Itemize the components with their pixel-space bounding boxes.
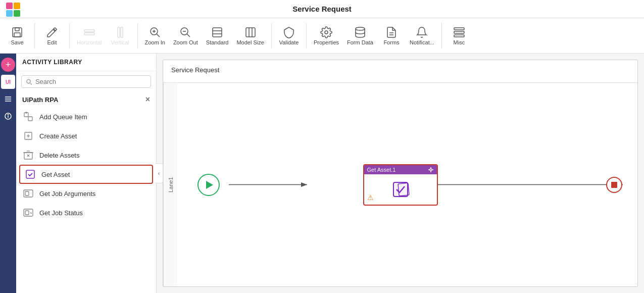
save-icon bbox=[11, 26, 23, 38]
svg-line-12 bbox=[187, 34, 190, 37]
validate-icon bbox=[283, 26, 295, 38]
logo-square-2 bbox=[14, 3, 20, 9]
get-job-arguments-icon bbox=[22, 187, 34, 200]
end-node bbox=[606, 177, 622, 193]
svg-rect-26 bbox=[454, 35, 464, 37]
list-item-get-asset[interactable]: Get Asset bbox=[19, 165, 153, 184]
delete-assets-label: Delete Assets bbox=[39, 152, 80, 159]
search-input[interactable] bbox=[35, 78, 146, 85]
sep4 bbox=[271, 23, 272, 48]
svg-point-32 bbox=[8, 115, 9, 115]
misc-icon bbox=[453, 26, 465, 38]
end-node-stop-icon bbox=[611, 182, 617, 188]
svg-point-33 bbox=[27, 79, 30, 83]
svg-line-34 bbox=[30, 83, 32, 84]
list-item-get-job-arguments[interactable]: Get Job Arguments bbox=[16, 184, 156, 203]
list-item-delete-assets[interactable]: Delete Assets bbox=[16, 145, 156, 165]
sidebar-icons: + UI bbox=[0, 54, 16, 293]
model-size-icon bbox=[244, 26, 257, 38]
svg-rect-25 bbox=[454, 31, 464, 33]
svg-rect-14 bbox=[213, 28, 222, 37]
svg-rect-47 bbox=[26, 170, 34, 178]
collapse-panel-button[interactable]: ‹ bbox=[155, 163, 163, 183]
toolbar-zoom-out[interactable]: Zoom Out bbox=[170, 24, 201, 47]
form-data-icon bbox=[354, 26, 366, 38]
search-icon bbox=[26, 78, 32, 85]
activity-box-header: Get Asset.1 bbox=[364, 165, 437, 174]
create-asset-label: Create Asset bbox=[39, 132, 77, 140]
page-title: Service Request bbox=[292, 5, 352, 13]
svg-rect-6 bbox=[121, 27, 123, 37]
app-logo bbox=[6, 3, 19, 16]
start-node-play-icon bbox=[206, 181, 213, 189]
list-item-add-queue-item[interactable]: Add Queue Item bbox=[16, 107, 156, 126]
toolbar-standard[interactable]: Standard bbox=[203, 24, 232, 47]
sep2 bbox=[69, 23, 70, 48]
sidebar-info-icon[interactable] bbox=[1, 109, 15, 123]
toolbar-zoom-in[interactable]: Zoom In bbox=[142, 24, 168, 47]
toolbar: Save Edit Horizontal Vertical Zoom In Zo… bbox=[0, 18, 644, 54]
sep3 bbox=[137, 23, 138, 48]
toolbar-validate[interactable]: Validate bbox=[276, 24, 302, 47]
warning-icon: ⚠ bbox=[367, 193, 374, 202]
sep6 bbox=[441, 23, 442, 48]
activity-settings-icon[interactable] bbox=[428, 167, 434, 173]
activity-box-title: Get Asset.1 bbox=[367, 167, 396, 173]
toolbar-notifications[interactable]: Notificat... bbox=[407, 24, 437, 47]
toolbar-misc[interactable]: Misc bbox=[446, 24, 472, 47]
list-item-create-asset[interactable]: Create Asset bbox=[16, 126, 156, 145]
standard-label: Standard bbox=[206, 39, 229, 45]
zoom-out-label: Zoom Out bbox=[173, 39, 198, 45]
toolbar-forms[interactable]: Forms bbox=[378, 24, 405, 47]
search-box[interactable] bbox=[21, 75, 151, 88]
svg-rect-3 bbox=[84, 30, 94, 32]
toolbar-save[interactable]: Save bbox=[4, 24, 30, 47]
toolbar-edit[interactable]: Edit bbox=[39, 24, 65, 47]
horizontal-label: Horizontal bbox=[77, 39, 102, 45]
sep1 bbox=[34, 23, 35, 48]
list-item-get-job-status[interactable]: Get Job Status bbox=[16, 203, 156, 222]
sidebar-list-icon[interactable] bbox=[1, 92, 15, 106]
misc-label: Misc bbox=[454, 39, 465, 45]
queue-icon bbox=[22, 111, 34, 123]
sidebar-ui-icon[interactable]: UI bbox=[1, 75, 15, 89]
toolbar-properties[interactable]: Properties bbox=[311, 24, 342, 47]
section-close-button[interactable]: × bbox=[145, 95, 150, 104]
svg-rect-56 bbox=[393, 182, 408, 197]
toolbar-horizontal[interactable]: Horizontal bbox=[74, 24, 105, 47]
activity-library-header: ACTIVITY LIBRARY bbox=[16, 54, 156, 71]
properties-icon bbox=[320, 26, 332, 38]
canvas-area[interactable]: Service Request Lane1 bbox=[157, 54, 644, 293]
get-job-arguments-label: Get Job Arguments bbox=[39, 190, 95, 198]
form-data-label: Form Data bbox=[347, 39, 373, 45]
toolbar-vertical[interactable]: Vertical bbox=[107, 24, 133, 47]
svg-rect-2 bbox=[14, 33, 20, 37]
logo-square-4 bbox=[14, 10, 20, 17]
toolbar-model-size[interactable]: Model Size bbox=[233, 24, 267, 47]
logo-square-1 bbox=[6, 3, 13, 9]
svg-point-21 bbox=[356, 27, 365, 30]
activity-panel: ACTIVITY LIBRARY UiPath RPA × Add Queue … bbox=[16, 54, 157, 293]
canvas-label: Service Request bbox=[171, 66, 219, 74]
toolbar-form-data[interactable]: Form Data bbox=[344, 24, 376, 47]
zoom-in-icon bbox=[149, 26, 161, 38]
lane: Lane1 bbox=[163, 82, 637, 286]
topbar: Service Request bbox=[0, 0, 644, 18]
section-title: UiPath RPA bbox=[22, 96, 58, 104]
get-job-status-icon bbox=[22, 207, 34, 219]
svg-rect-4 bbox=[84, 33, 94, 35]
activity-box-get-asset[interactable]: Get Asset.1 ⚠ bbox=[363, 164, 438, 206]
svg-rect-51 bbox=[25, 211, 29, 215]
library-section-header: UiPath RPA × bbox=[16, 92, 156, 107]
model-size-label: Model Size bbox=[236, 39, 264, 45]
checkbox-activity-icon bbox=[390, 179, 411, 200]
save-label: Save bbox=[11, 39, 23, 45]
logo-square-3 bbox=[6, 10, 13, 17]
activity-box-body: ⚠ bbox=[364, 174, 437, 205]
svg-rect-17 bbox=[246, 28, 255, 37]
delete-assets-icon bbox=[22, 149, 34, 161]
svg-rect-38 bbox=[28, 117, 32, 121]
svg-rect-1 bbox=[15, 28, 19, 31]
sep5 bbox=[306, 23, 307, 48]
add-button[interactable]: + bbox=[1, 58, 15, 72]
